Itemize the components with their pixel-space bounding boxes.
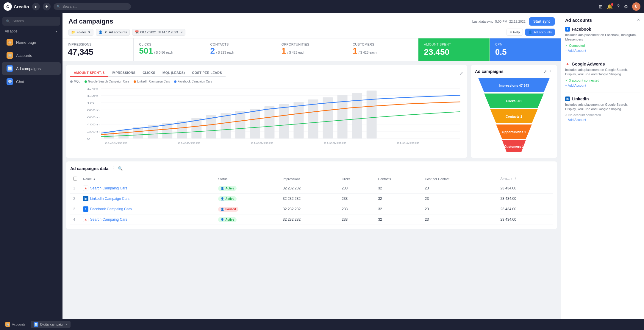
chart-tabs: AMOUNT SPENT, $ IMPRESSIONS CLICKS MQL (… — [70, 69, 226, 77]
table-row: 1 🔺 Search Campaing Cars 👤 Active 32 232… — [70, 183, 553, 194]
svg-rect-29 — [294, 102, 304, 138]
ad-accounts-icon: 👤 — [528, 30, 532, 34]
sidebar-item-home[interactable]: 🏠 Home page — [2, 36, 61, 49]
sidebar-search-input[interactable] — [12, 19, 57, 23]
facebook-add-account[interactable]: + Add Account — [565, 49, 640, 52]
tab-clicks[interactable]: CLICKS — [139, 69, 159, 77]
row-number: 3 — [70, 204, 80, 214]
chart-left: AMOUNT SPENT, $ IMPRESSIONS CLICKS MQL (… — [66, 65, 467, 158]
check-icon: ✓ — [565, 79, 568, 82]
campaign-name-label[interactable]: LinkedIn Campaign Cars — [90, 197, 129, 201]
start-sync-button[interactable]: Start sync — [529, 17, 555, 26]
notification-icon[interactable]: 🔔 — [607, 4, 613, 10]
metric-contacts-value: 2 — [210, 46, 215, 56]
row-contacts: 32 — [375, 214, 422, 225]
chat-icon: 💬 — [7, 78, 13, 85]
metric-opportunities: Opportunities 1 / $ 423 each — [276, 38, 347, 61]
bottom-tab-close[interactable]: × — [65, 323, 67, 326]
metric-contacts: Contacts 2 / $ 223 each — [205, 38, 276, 61]
bottom-digital-campaign-tab[interactable]: 📊 Digital campaig × — [31, 321, 71, 328]
data-table-section: Ad campaigns data ⋮ 🔍 Name ▲ Status Impr… — [66, 161, 557, 229]
campaign-name-label[interactable]: Facebook Campaing Cars — [90, 207, 132, 211]
campaign-name-label[interactable]: Search Campaing Cars — [90, 217, 127, 222]
more-options-icon[interactable]: ⋮ — [111, 166, 115, 171]
expand-icon[interactable]: ⤢ — [543, 69, 547, 74]
metric-cpm: CPM 0.5 — [490, 38, 561, 61]
play-button[interactable]: ▶ — [32, 3, 40, 10]
row-name: f Facebook Campaing Cars — [80, 204, 215, 214]
grid-icon[interactable]: ⊞ — [599, 4, 603, 10]
filter-date-range[interactable]: 📅 08.12.2021 till 14.12.2023 × — [132, 29, 185, 36]
svg-text:600m: 600m — [87, 116, 100, 119]
linkedin-status: ○ No account connected — [565, 113, 640, 117]
status-badge: 👤 Active — [218, 217, 237, 222]
linkedin-account-name: in LinkedIn — [565, 96, 640, 101]
select-all-checkbox[interactable] — [73, 177, 77, 180]
topbar-search-input[interactable] — [62, 4, 128, 9]
chart-right-icons[interactable]: ⤢ ⋮ — [543, 69, 553, 74]
filter-folder[interactable]: 📁 Folder ▼ — [68, 29, 93, 36]
all-apps[interactable]: All apps ▼ — [0, 27, 62, 36]
row-impressions: 32 232 232 — [280, 214, 339, 225]
bottom-accounts-icon: 🏢 — [5, 322, 10, 327]
campaign-name-label[interactable]: Search Campaing Cars — [90, 186, 127, 190]
metric-contacts-sub: / $ 223 each — [216, 51, 234, 54]
legend-google: Google Search Campaign Cars — [85, 80, 129, 83]
tab-cost-per-leads[interactable]: COST PER LEADS — [188, 69, 226, 77]
google-icon: 🔺 — [565, 62, 570, 66]
google-desc: Includes ads placement on Google Search,… — [565, 68, 640, 77]
help-icon[interactable]: ? — [617, 4, 620, 9]
close-icon[interactable]: × — [181, 30, 182, 34]
tab-impressions[interactable]: IMPRESSIONS — [108, 69, 139, 77]
last-sync-label: Last data sync 5:00 PM 22.12.2022 — [472, 20, 526, 23]
row-impressions: 32 232 232 — [280, 194, 339, 204]
linkedin-add-account[interactable]: + Add Account — [565, 118, 640, 122]
settings-icon[interactable]: ⚙ — [624, 4, 628, 10]
legend-dot-facebook — [174, 80, 176, 83]
metric-opportunities-sub: / $ 423 each — [287, 51, 305, 54]
chart-right-title: Ad campaigns — [475, 69, 504, 74]
sidebar-item-accounts[interactable]: 🏢 Accounts — [2, 49, 61, 62]
circle-icon: ○ — [565, 113, 567, 117]
status-icon: 👤 — [221, 208, 224, 211]
folder-icon: 📁 — [71, 30, 75, 34]
filter-ad-accounts[interactable]: 👤 ▼ Ad accounts — [96, 29, 129, 36]
topbar-search[interactable]: 🔍 — [54, 3, 131, 10]
user-avatar[interactable]: U — [632, 2, 640, 11]
charts-area: AMOUNT SPENT, $ IMPRESSIONS CLICKS MQL (… — [62, 61, 561, 161]
tab-mql[interactable]: MQL (LEADS) — [159, 69, 188, 77]
chart-expand-icon[interactable]: ⤢ — [459, 71, 463, 78]
metrics-bar: Impressions 47,345 Clicks 501 / $ 0.86 e… — [62, 38, 561, 61]
row-status: 👤 Active — [215, 183, 280, 194]
sidebar-search[interactable]: 🔍 — [2, 17, 60, 26]
sidebar: 🔍 All apps ▼ 🏠 Home page 🏢 Accounts 📊 Ad… — [0, 13, 62, 319]
sidebar-item-chat[interactable]: 💬 Chat — [2, 75, 61, 88]
add-col-icon[interactable]: + — [511, 177, 512, 180]
bottom-accounts-tab[interactable]: 🏢 Accounts — [2, 321, 28, 328]
tab-amount-spent[interactable]: AMOUNT SPENT, $ — [70, 69, 108, 77]
main-content: Ad campaigns Last data sync 5:00 PM 22.1… — [62, 13, 561, 319]
campaign-platform-icon: f — [83, 206, 88, 212]
facebook-desc: Includes ads placement on Facebook, Inst… — [565, 33, 640, 42]
help-button[interactable]: ≡ Help — [507, 29, 523, 36]
more-icon[interactable]: ⋮ — [549, 69, 553, 74]
metric-customers: Customers 1 / $ 423 each — [347, 38, 418, 61]
col-settings-icon[interactable]: ⋮ — [514, 177, 517, 180]
sidebar-item-label-accounts: Accounts — [16, 53, 32, 58]
search-table-icon[interactable]: 🔍 — [118, 166, 123, 171]
svg-text:1m: 1m — [87, 102, 94, 105]
panel-close-button[interactable]: × — [637, 17, 640, 23]
metric-opportunities-value: 1 — [282, 46, 286, 56]
svg-rect-17 — [118, 130, 129, 138]
svg-text:Clicks  501: Clicks 501 — [506, 99, 522, 103]
ad-accounts-button[interactable]: 👤 Ad accounts — [525, 29, 555, 36]
sidebar-item-label-home: Home page — [16, 40, 36, 45]
sidebar-item-adcampaigns[interactable]: 📊 Ad campaigns — [2, 62, 61, 75]
add-button[interactable]: + — [43, 3, 51, 10]
google-add-account[interactable]: + Add Account — [565, 84, 640, 87]
row-cost: 23 — [422, 194, 497, 204]
col-contacts: Contacts — [375, 175, 422, 183]
row-name: in LinkedIn Campaign Cars — [80, 194, 215, 204]
row-number: 4 — [70, 214, 80, 225]
main-layout: 🔍 All apps ▼ 🏠 Home page 🏢 Accounts 📊 Ad… — [0, 13, 644, 319]
